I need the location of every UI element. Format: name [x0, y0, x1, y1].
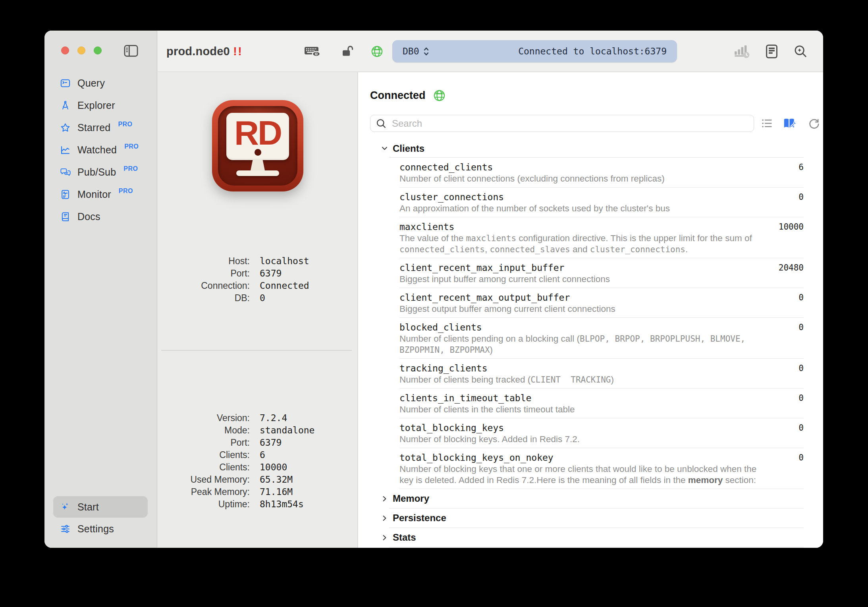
stat-row: connected_clients 6 Number of client con…	[399, 158, 804, 188]
stat-key: connected_clients	[399, 161, 804, 173]
info-value: 65.32M	[260, 474, 293, 486]
info-label: Port:	[158, 267, 250, 280]
stat-row: maxclients 10000 The value of the maxcli…	[399, 217, 804, 258]
log-document-button[interactable]	[765, 44, 778, 59]
sidebar-item-label: Pub/Sub	[77, 166, 116, 178]
docs-tools-button[interactable]	[783, 117, 798, 130]
sidebar-item-starred[interactable]: Starred PRO	[44, 116, 156, 139]
info-value: 8h13m54s	[260, 498, 304, 510]
globe-status-button[interactable]	[370, 31, 384, 72]
alert-badge: !!	[233, 44, 243, 58]
titlebar-actions	[733, 31, 808, 72]
info-panel: RD Host: localhost Port: 6379 Connection…	[158, 72, 358, 548]
sidebar-toggle-button[interactable]	[124, 45, 138, 57]
pro-badge: PRO	[118, 121, 132, 128]
info-row: DB: 0	[158, 292, 357, 304]
info-label: Peak Memory:	[158, 486, 250, 498]
keyboard-reveal-button[interactable]	[304, 31, 321, 72]
stat-description: Number of client connections (excluding …	[399, 173, 765, 184]
info-value: standalone	[260, 424, 314, 437]
stat-value: 10000	[779, 222, 804, 232]
stat-value: 0	[799, 453, 804, 462]
info-row: Host: localhost	[158, 255, 357, 267]
chevron-right-icon	[381, 514, 388, 522]
info-label: Mode:	[158, 424, 250, 437]
sidebar-nav: Query Explorer Starred PRO Watched PRO P…	[44, 72, 156, 228]
stat-description: Number of clients being tracked (CLIENT …	[399, 374, 765, 385]
chevron-right-icon	[381, 534, 388, 541]
list-view-button[interactable]	[761, 117, 773, 130]
window-title: prod.node0 !!	[166, 31, 243, 72]
info-value: 71.16M	[260, 486, 293, 498]
refresh-button[interactable]	[808, 117, 820, 130]
sidebar: Query Explorer Starred PRO Watched PRO P…	[44, 31, 157, 548]
db-selector-pill[interactable]: DB0 Connected to localhost:6379	[392, 40, 677, 62]
chart-history-button[interactable]	[733, 44, 750, 58]
info-row: Port: 6379	[158, 437, 357, 449]
sidebar-item-explorer[interactable]: Explorer	[44, 94, 156, 116]
stat-value: 0	[799, 393, 804, 403]
info-label: Connection:	[158, 280, 250, 292]
info-label: Port:	[158, 437, 250, 449]
pro-badge: PRO	[119, 188, 133, 195]
section-clients: Clients connected_clients 6 Number of cl…	[358, 139, 804, 489]
terminal-icon	[60, 78, 71, 89]
section-title: Clients	[393, 143, 424, 154]
section-header-persistence[interactable]: Persistence	[358, 508, 804, 528]
sidebar-item-label: Start	[77, 501, 99, 513]
stat-description: Number of blocking keys. Added in Redis …	[399, 434, 765, 445]
info-value: 0	[260, 292, 265, 304]
stat-value: 0	[799, 323, 804, 332]
sidebar-item-pub-sub[interactable]: Pub/Sub PRO	[44, 161, 156, 183]
sidebar-item-label: Settings	[77, 523, 114, 535]
info-row: Uptime: 8h13m54s	[158, 498, 357, 510]
stat-key: cluster_connections	[399, 191, 804, 203]
section-header-stats[interactable]: Stats	[358, 528, 804, 547]
info-row: Connection: Connected	[158, 280, 357, 292]
section-stats: Stats	[358, 528, 804, 547]
sidebar-item-monitor[interactable]: Monitor PRO	[44, 183, 156, 205]
stat-key: client_recent_max_output_buffer	[399, 292, 804, 304]
info-row: Peak Memory: 71.16M	[158, 486, 357, 498]
zoom-button[interactable]	[94, 46, 102, 54]
stat-description: Number of clients pending on a blocking …	[399, 333, 765, 356]
lock-open-button[interactable]	[341, 31, 355, 72]
app-icon-screen: RD	[226, 113, 289, 160]
stat-key: blocked_clients	[399, 321, 804, 333]
minimize-button[interactable]	[77, 46, 85, 54]
zoom-in-button[interactable]	[793, 44, 808, 59]
info-label: DB:	[158, 292, 250, 304]
stat-description: The value of the maxclients configuratio…	[399, 233, 765, 255]
info-row: Used Memory: 65.32M	[158, 474, 357, 486]
stat-description: An approximation of the number of socket…	[399, 203, 765, 214]
stat-description: Biggest output buffer among current clie…	[399, 304, 765, 315]
stat-key: tracking_clients	[399, 362, 804, 374]
main-panel: Connected Clients connected_clients 6 Nu…	[358, 72, 823, 548]
sidebar-item-label: Watched	[77, 144, 117, 156]
close-button[interactable]	[61, 46, 69, 54]
search-input[interactable]	[391, 118, 748, 130]
search-box[interactable]	[370, 115, 754, 132]
info-label: Clients:	[158, 449, 250, 461]
stat-row: total_blocking_keys 0 Number of blocking…	[399, 418, 804, 448]
stat-value: 20480	[779, 263, 804, 273]
section-header-clients[interactable]: Clients	[358, 139, 804, 157]
sidebar-item-label: Monitor	[77, 189, 111, 200]
pro-badge: PRO	[124, 143, 139, 150]
stat-value: 0	[799, 423, 804, 433]
sidebar-item-docs[interactable]: Docs	[44, 205, 156, 228]
section-header-memory[interactable]: Memory	[358, 489, 804, 508]
stat-row: total_blocking_keys_on_nokey 0 Number of…	[399, 448, 804, 489]
sidebar-item-watched[interactable]: Watched PRO	[44, 139, 156, 161]
sidebar-item-settings[interactable]: Settings	[44, 518, 156, 540]
stat-value: 0	[799, 363, 804, 373]
stat-description: Number of clients in the clients timeout…	[399, 404, 765, 415]
info-label: Version:	[158, 412, 250, 424]
sidebar-item-query[interactable]: Query	[44, 72, 156, 94]
main-header: Connected	[370, 89, 446, 102]
info-label: Used Memory:	[158, 474, 250, 486]
stat-key: client_recent_max_input_buffer	[399, 262, 804, 274]
stat-value: 6	[799, 162, 804, 172]
stat-description: Number of blocking keys that one or more…	[399, 464, 765, 486]
sidebar-item-start[interactable]: Start	[53, 496, 148, 518]
